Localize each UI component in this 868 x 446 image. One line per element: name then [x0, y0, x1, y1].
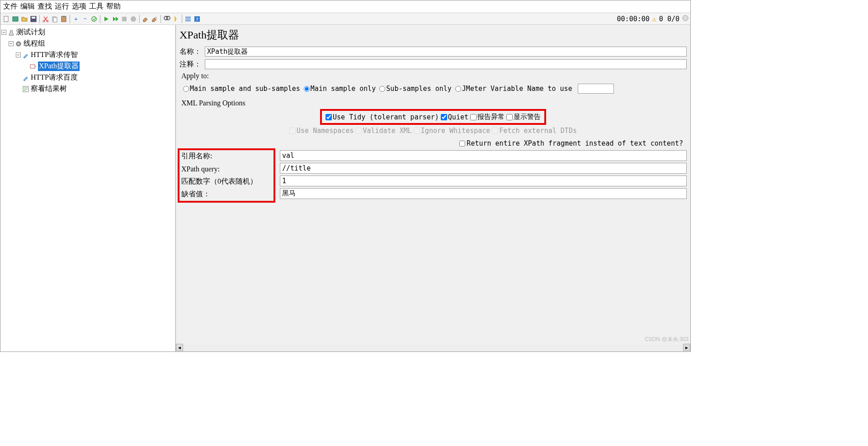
toggle-icon[interactable]: [90, 15, 98, 23]
checkbox-use-tidy[interactable]: Use Tidy (tolerant parser): [326, 113, 439, 121]
checkbox-return-fragment[interactable]: Return entire XPath fragment instead of …: [459, 139, 683, 147]
pipette-icon: [22, 52, 29, 59]
checkbox-report-errors[interactable]: 报告异常: [470, 113, 505, 121]
pipette-icon: [22, 74, 29, 81]
tree-xpath-extractor[interactable]: XPath提取器: [1, 61, 175, 72]
tree-test-plan[interactable]: − 测试计划: [1, 27, 175, 38]
checkbox-quiet[interactable]: Quiet: [441, 113, 468, 121]
tree-label: HTTP请求百度: [31, 73, 78, 82]
name-label: 名称：: [179, 47, 205, 57]
function-helper-icon[interactable]: [184, 15, 192, 23]
comment-label: 注释：: [179, 60, 205, 69]
menu-run[interactable]: 运行: [54, 1, 70, 12]
reference-name-label: 引用名称:: [179, 150, 274, 163]
svg-rect-16: [185, 19, 191, 19]
results-tree-icon: [22, 85, 29, 93]
radio-jmeter-variable[interactable]: JMeter Variable Name to use: [455, 85, 572, 93]
start-icon[interactable]: [102, 15, 110, 23]
svg-text:?: ?: [196, 16, 198, 22]
svg-rect-3: [32, 17, 35, 19]
checkbox-show-warnings[interactable]: 显示警告: [506, 113, 541, 121]
apply-to-label: Apply to:: [181, 72, 687, 80]
elapsed-time: 00:00:00: [617, 15, 650, 23]
save-icon[interactable]: [29, 15, 38, 23]
help-icon[interactable]: ?: [193, 15, 201, 23]
start-no-timers-icon[interactable]: [111, 15, 119, 23]
tree-label: XPath提取器: [38, 62, 80, 71]
search-icon[interactable]: [163, 15, 171, 23]
toolbar: + − ? 00:00:00 ⚠ 0 0/0: [0, 13, 690, 25]
default-value-input[interactable]: [280, 188, 687, 199]
expand-icon[interactable]: +: [72, 15, 80, 23]
checkbox-use-namespaces: Use Namespaces: [289, 127, 354, 135]
tree-label: HTTP请求传智: [31, 50, 78, 60]
gear-icon: [15, 40, 22, 47]
main-panel: XPath提取器 名称： 注释： Apply to: Main sample a…: [176, 25, 690, 351]
beaker-icon: [8, 29, 15, 36]
menu-file[interactable]: 文件: [2, 1, 19, 12]
warning-icon[interactable]: ⚠: [652, 15, 656, 23]
tree-collapse-icon[interactable]: −: [16, 52, 21, 57]
status-indicator-icon: [682, 15, 689, 23]
svg-point-22: [18, 43, 19, 45]
clear-all-icon[interactable]: [151, 15, 159, 23]
name-input[interactable]: [205, 47, 687, 57]
menu-edit[interactable]: 编辑: [19, 1, 36, 12]
svg-rect-7: [53, 18, 57, 22]
paste-icon[interactable]: [60, 15, 68, 23]
xml-options-row-2: Use Namespaces Validate XML Ignore White…: [179, 125, 687, 137]
tree-collapse-icon[interactable]: −: [1, 30, 6, 35]
tree-label: 察看结果树: [31, 84, 67, 94]
radio-sub-only[interactable]: Sub-samples only: [379, 85, 452, 93]
comment-input[interactable]: [205, 59, 687, 69]
reference-name-input[interactable]: [280, 150, 687, 161]
menu-help[interactable]: 帮助: [105, 1, 122, 12]
svg-point-12: [131, 16, 136, 22]
menu-search[interactable]: 查找: [37, 1, 53, 12]
svg-point-10: [92, 17, 96, 21]
default-value-label: 缺省值：: [179, 188, 274, 201]
open-icon[interactable]: [20, 15, 28, 23]
tree-collapse-icon[interactable]: −: [9, 41, 14, 46]
scroll-left-icon[interactable]: ◄: [176, 344, 183, 351]
cut-icon[interactable]: [42, 15, 50, 23]
radio-main-only[interactable]: Main sample only: [304, 85, 376, 93]
apply-to-group: Main sample and sub-samples Main sample …: [179, 82, 687, 97]
svg-rect-23: [30, 65, 35, 68]
scroll-right-icon[interactable]: ►: [683, 344, 690, 351]
svg-rect-17: [185, 20, 191, 21]
collapse-icon[interactable]: −: [81, 15, 89, 23]
tree-http-request-2[interactable]: HTTP请求百度: [1, 72, 175, 83]
checkbox-ignore-whitespace: Ignore Whitespace: [414, 127, 491, 135]
stop-icon[interactable]: [120, 15, 128, 23]
radio-main-and-sub[interactable]: Main sample and sub-samples: [183, 85, 300, 93]
horizontal-scrollbar[interactable]: ◄ ►: [176, 343, 690, 351]
extractor-icon: [29, 63, 37, 70]
svg-rect-9: [62, 16, 65, 17]
reset-search-icon[interactable]: [172, 15, 180, 23]
svg-rect-15: [185, 17, 191, 18]
svg-rect-11: [122, 17, 127, 21]
clear-icon[interactable]: [142, 15, 150, 23]
jmeter-variable-input[interactable]: [578, 84, 614, 94]
svg-point-14: [166, 16, 170, 20]
watermark: CSDN @未央.303: [645, 336, 689, 343]
new-icon[interactable]: [2, 15, 10, 23]
svg-rect-0: [4, 16, 8, 22]
test-plan-tree[interactable]: − 测试计划 − 线程组 − HTTP请求传智 XPath提取器: [0, 25, 176, 351]
tree-thread-group[interactable]: − 线程组: [1, 38, 175, 49]
menu-options[interactable]: 选项: [71, 1, 87, 12]
xpath-query-input[interactable]: [280, 163, 687, 174]
copy-icon[interactable]: [51, 15, 59, 23]
match-no-label: 匹配数字（0代表随机）: [179, 176, 274, 188]
xml-parsing-label: XML Parsing Options: [181, 99, 687, 107]
tree-view-results[interactable]: 察看结果树: [1, 83, 175, 95]
tree-http-request-1[interactable]: − HTTP请求传智: [1, 49, 175, 61]
svg-point-20: [683, 15, 688, 21]
shutdown-icon[interactable]: [129, 15, 137, 23]
checkbox-validate-xml: Validate XML: [355, 127, 411, 135]
match-no-input[interactable]: [280, 176, 687, 186]
menu-tools[interactable]: 工具: [88, 1, 104, 12]
templates-icon[interactable]: [11, 15, 19, 23]
thread-counts: 0 0/0: [659, 15, 679, 23]
